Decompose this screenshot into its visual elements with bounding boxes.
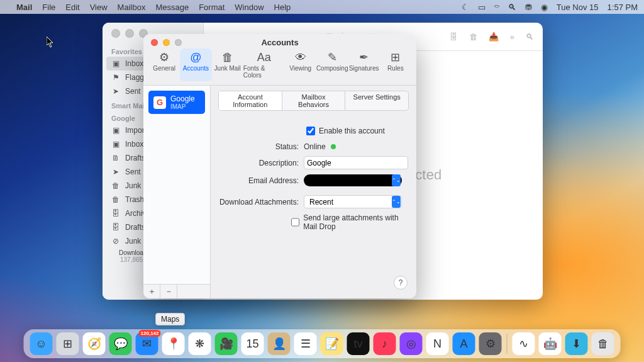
flag-icon: ⚑ [111,73,120,82]
menu-format[interactable]: Format [199,3,225,12]
siri-icon[interactable]: ◉ [541,3,548,12]
menu-file[interactable]: File [42,3,55,12]
minimize-button[interactable] [125,29,134,38]
menu-message[interactable]: Message [155,3,189,12]
dock-app-facetime[interactable]: 🎥 [215,332,238,355]
prefs-tab-junk[interactable]: 🗑Junk Mail [212,48,243,81]
enable-account-checkbox[interactable] [306,127,315,135]
eye-icon: 👁 [295,51,306,64]
prefs-tab-rules[interactable]: ⊞Rules [380,48,411,81]
add-account-button[interactable]: ＋ [143,285,160,298]
sidebar-item-label: Inbox [125,59,143,68]
enable-account-label: Enable this account [319,127,385,135]
dock-app-messages[interactable]: 💬 [109,332,132,355]
description-input[interactable] [304,156,408,169]
dock-app-launchpad[interactable]: ⊞ [57,332,79,355]
prefs-tab-composing[interactable]: ✎Composing [316,48,348,81]
close-button[interactable] [151,39,158,46]
download-attachments-select[interactable]: Recent [304,195,402,208]
zoom-button[interactable] [175,39,182,46]
dock: ☺⊞🧭💬✉︎120,142📍❋🎥15👤☰📝tv♪◎NA⚙︎∿🤖⬇︎🗑 [24,329,621,358]
help-button[interactable]: ? [394,276,408,290]
doc-icon: 🗎 [111,154,120,162]
menu-window[interactable]: Window [235,3,264,12]
dock-app-calendar[interactable]: 15 [242,332,264,355]
dock-app-music[interactable]: ♪ [374,332,396,355]
battery-icon[interactable]: ⛃ [525,3,532,12]
mail-window-controls[interactable] [111,29,148,38]
remove-account-button[interactable]: － [160,285,177,298]
prefs-tab-accounts[interactable]: @Accounts [180,48,211,81]
chevron-updown-icon[interactable]: ⌃⌄ [392,196,401,208]
dock-app-settings[interactable]: ⚙︎ [479,332,502,355]
google-icon: G [153,96,166,109]
spotlight-icon[interactable]: 🔍︎ [508,3,516,12]
prefs-tab-fonts[interactable]: AaFonts & Colors [243,48,285,81]
more-icon[interactable]: » [510,32,514,42]
subtab-server-settings[interactable]: Server Settings [345,91,408,110]
menubar-date[interactable]: Tue Nov 15 [557,3,599,12]
gear-icon: ⚙︎ [159,51,169,64]
prefs-tab-viewing[interactable]: 👁Viewing [285,48,316,81]
dock-app-podcasts[interactable]: ◎ [400,332,423,355]
menubar-time[interactable]: 1:57 PM [608,3,638,12]
wifi-icon[interactable]: ⌔ [494,3,499,12]
menu-mailbox[interactable]: Mailbox [118,3,146,12]
trash-icon[interactable]: 🗑 [469,32,477,42]
svg-marker-0 [47,37,53,47]
dock-app-finder[interactable]: ☺ [30,332,53,355]
dock-app-grapher[interactable]: ∿ [513,332,535,355]
compose-icon: ✎ [328,51,337,64]
subtab-mailbox-behaviors[interactable]: Mailbox Behaviors [282,91,345,110]
prefs-tab-label: Accounts [183,65,209,72]
preferences-window: Accounts ⚙︎General @Accounts 🗑Junk Mail … [143,34,416,298]
dock-app-news[interactable]: N [426,332,449,355]
app-menu[interactable]: Mail [16,3,32,12]
chevron-updown-icon[interactable]: ⌃⌄ [392,174,401,186]
close-button[interactable] [111,29,120,38]
status-label: Status: [218,142,304,151]
minimize-button[interactable] [163,39,170,46]
moon-icon[interactable]: ☾ [462,3,469,12]
dock-app-notes[interactable]: 📝 [321,332,343,355]
dock-app-mail[interactable]: ✉︎120,142 [136,332,158,355]
dock-app-appstore[interactable]: A [453,332,475,355]
account-detail-pane: Account Information Mailbox Behaviors Se… [211,86,416,298]
dock-app-reminders[interactable]: ☰ [294,332,317,355]
signature-icon: ✒︎ [359,51,369,64]
prefs-window-controls[interactable] [151,39,182,46]
tray-icon: ▣ [111,126,120,135]
dock-app-safari[interactable]: 🧭 [83,332,106,355]
search-icon[interactable]: 🔍︎ [526,32,534,42]
accounts-list[interactable]: G Google IMAP ＋ － [143,86,211,298]
tray-icon: ▣ [111,140,120,149]
archive-icon[interactable]: 🗄 [450,32,458,42]
menu-edit[interactable]: Edit [65,3,79,12]
control-center-icon[interactable]: ▭ [478,3,486,12]
prefs-tab-label: General [153,65,175,72]
dock-app-contacts[interactable]: 👤 [268,332,291,355]
dock-app-downloads[interactable]: ⬇︎ [565,332,588,355]
dock-app-photos[interactable]: ❋ [189,332,211,355]
menu-view[interactable]: View [90,3,108,12]
dock-app-automator[interactable]: 🤖 [539,332,562,355]
dock-app-tv[interactable]: tv [347,332,370,355]
sidebar-item-label: Drafts [125,154,145,162]
status-value: Online [304,142,326,151]
prefs-tab-label: Junk Mail [214,65,241,72]
move-icon[interactable]: 📥 [489,32,499,42]
menu-help[interactable]: Help [274,3,291,12]
sidebar-item-label: Junk [125,237,141,246]
dock-app-maps[interactable]: 📍 [162,332,185,355]
maildrop-checkbox[interactable] [291,218,299,227]
prefs-tab-signatures[interactable]: ✒︎Signatures [348,48,379,81]
dock-app-trash[interactable]: 🗑 [592,332,614,355]
account-protocol: IMAP [170,103,195,110]
account-name: Google [170,94,195,103]
send-icon: ➤ [111,87,120,96]
email-redacted [304,174,402,186]
subtab-account-info[interactable]: Account Information [219,91,282,110]
sidebar-item-label: Sent [125,167,141,176]
prefs-tab-general[interactable]: ⚙︎General [148,48,180,81]
account-row-google[interactable]: G Google IMAP [148,91,205,114]
